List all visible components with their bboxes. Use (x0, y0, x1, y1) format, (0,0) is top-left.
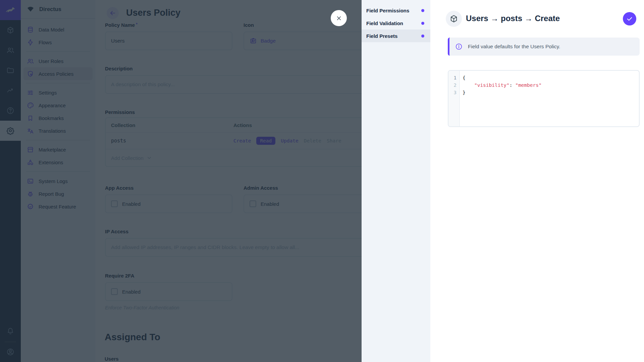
info-notice: Field value defaults for the Users Polic… (448, 38, 640, 56)
field-presets-drawer: Users → posts → Create Field value defau… (430, 0, 644, 362)
tab-field-presets[interactable]: Field Presets (362, 29, 430, 42)
save-button[interactable] (623, 12, 636, 25)
directus-settings-screen: Directus Data Model Flows User Roles Acc… (0, 0, 644, 362)
info-icon (455, 43, 463, 50)
tab-status-dot (421, 35, 424, 38)
tab-field-validation[interactable]: Field Validation (362, 17, 430, 29)
drawer-close-button[interactable] (331, 10, 347, 26)
code-line-numbers: 1 2 3 (448, 71, 460, 126)
info-notice-text: Field value defaults for the Users Polic… (468, 44, 560, 50)
modal-dim-overlay[interactable] (0, 0, 362, 362)
drawer-title: Users → posts → Create (466, 14, 560, 23)
check-icon (626, 15, 633, 22)
tab-status-dot (421, 9, 424, 12)
presets-code-editor[interactable]: 1 2 3 { "visibility": "members" } (448, 70, 640, 127)
drawer-tab-sidebar: Field Permissions Field Validation Field… (362, 0, 430, 362)
close-icon (336, 15, 342, 21)
box-icon (449, 14, 458, 23)
tab-field-permissions[interactable]: Field Permissions (362, 4, 430, 17)
code-content[interactable]: { "visibility": "members" } (460, 71, 639, 126)
drawer-header-icon-circle (446, 11, 462, 27)
tab-status-dot (421, 22, 424, 25)
